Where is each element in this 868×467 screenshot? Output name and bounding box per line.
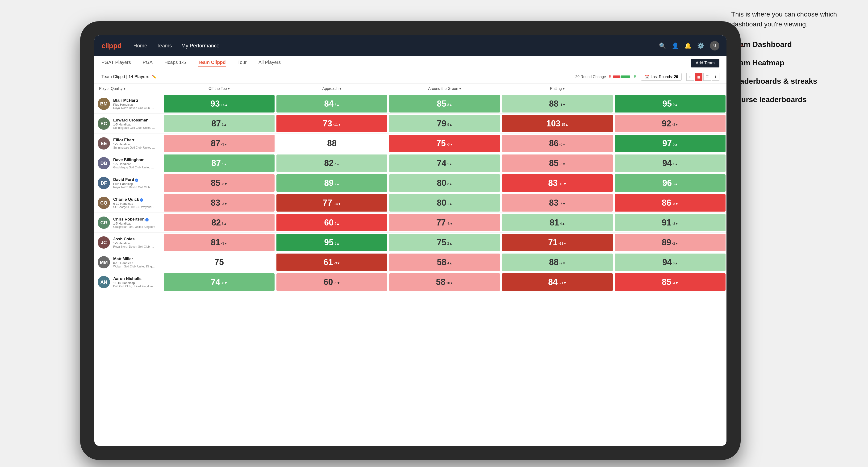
bar-red [613,75,620,78]
score-cell-approach: 584▲ [389,253,500,271]
player-name: Matt Miller [113,257,156,261]
last-rounds-button[interactable]: 📅 Last Rounds: 20 [641,73,682,81]
score-cell-off_tee: 846▲ [276,95,387,113]
score-cell-putting: 941▲ [615,154,725,172]
score-cell-around: 84-21▼ [502,273,613,291]
score-cell-quality: 871▲ [164,115,275,132]
grid-view-button[interactable]: ⊞ [686,73,694,81]
player-info-cell: EEElliot Ebert1-5 HandicapSunningdale Go… [94,137,163,150]
player-details: David Ford✓Plus HandicapRoyal North Devo… [113,177,156,189]
table-row[interactable]: DBDave Billingham1-5 HandicapGog Magog G… [94,153,726,173]
score-value: 89 [662,238,671,247]
score-cell-off_tee: 824▲ [276,154,387,172]
score-cell-off_tee: 60-1▼ [276,273,387,291]
score-change: 3▲ [673,182,678,186]
score-cell-approach: 752▲ [389,234,500,251]
score-cell-putting: 92-3▼ [615,115,725,132]
settings-icon[interactable]: ⚙️ [697,42,704,49]
score-value: 88 [327,138,337,148]
nav-link-home[interactable]: Home [133,43,147,49]
score-value: 71 [548,238,558,247]
nav-logo: clippd [101,42,121,50]
score-value: 84 [324,99,334,109]
score-value: 82 [211,218,221,228]
score-value: 58 [436,277,445,287]
score-value: 97 [662,138,672,148]
heatmap-view-button[interactable]: ▦ [695,73,703,81]
tab-pgat-players[interactable]: PGAT Players [101,60,131,66]
export-view-button[interactable]: ↧ [712,73,719,81]
search-icon[interactable]: 🔍 [659,42,666,49]
score-value: 96 [662,178,672,188]
score-value: 84 [548,277,558,287]
player-club: Drift Golf Club, United Kingdom [113,285,153,288]
score-value: 88 [549,257,559,267]
col-header-player[interactable]: Player Quality ▾ [94,84,163,94]
nav-link-teams[interactable]: Teams [157,43,172,49]
player-info-cell: DFDavid Ford✓Plus HandicapRoyal North De… [94,177,163,189]
table-row[interactable]: EEElliot Ebert1-5 HandicapSunningdale Go… [94,133,726,153]
player-club: Royal North Devon Golf Club, United King… [113,186,156,189]
add-team-button[interactable]: Add Team [691,59,719,67]
annotation-item-1: Team Dashboard [731,39,854,50]
col-header-around-green[interactable]: Around the Green ▾ [388,84,501,94]
nav-link-performance[interactable]: My Performance [181,43,219,49]
score-cell-off_tee: 958▲ [276,234,387,251]
score-value: 92 [662,119,671,129]
score-change: 7▲ [335,182,340,186]
score-cell-quality: 85-3▼ [164,174,275,192]
table-row[interactable]: ECEdward Crossman1-5 HandicapSunningdale… [94,114,726,133]
col-header-putting[interactable]: Putting ▾ [501,84,614,94]
player-handicap: 6-10 Handicap [113,261,156,265]
player-club: Gog Magog Golf Club, United Kingdom [113,166,156,169]
score-value: 95 [324,238,334,247]
player-details: Blair McHargPlus HandicapRoyal North Dev… [113,98,156,110]
tab-tour[interactable]: Tour [238,60,247,66]
avatar: CQ [98,197,110,209]
score-change: 3▲ [222,222,227,225]
score-value: 89 [324,178,334,188]
table-row[interactable]: CQCharlie Quick✓6-10 HandicapSt. George'… [94,193,726,213]
navbar: clippd Home Teams My Performance 🔍 👤 🔔 ⚙… [94,35,726,56]
score-value: 73 [323,119,332,129]
score-change: 4▲ [447,261,453,265]
player-details: Chris Robertson✓1-5 HandicapCraigmillar … [113,217,155,228]
table-row[interactable]: DFDavid Ford✓Plus HandicapRoyal North De… [94,173,726,193]
score-value: 94 [662,158,672,168]
tab-team-clippd[interactable]: Team Clippd [198,60,226,66]
col-header-off-tee[interactable]: Off the Tee ▾ [163,84,276,94]
player-name: Blair McHarg [113,98,156,103]
table-row[interactable]: MMMatt Miller6-10 HandicapWoburn Golf Cl… [94,252,726,272]
tab-all-players[interactable]: All Players [258,60,281,66]
player-club: Sunningdale Golf Club, United Kingdom [113,126,156,129]
player-club: Woburn Golf Club, United Kingdom [113,265,156,268]
score-cell-approach: 803▲ [389,174,500,192]
table-row[interactable]: ANAaron Nicholls11-15 HandicapDrift Golf… [94,272,726,292]
edit-icon[interactable]: ✏️ [152,74,157,79]
col-header-approach[interactable]: Approach ▾ [276,84,388,94]
score-change: -3▼ [221,143,227,146]
table-row[interactable]: BMBlair McHargPlus HandicapRoyal North D… [94,94,726,114]
score-change: -4▼ [672,281,678,285]
avatar: MM [98,256,110,269]
col-headers: Player Quality ▾ Off the Tee ▾ Approach … [94,84,726,94]
table-row[interactable]: CRChris Robertson✓1-5 HandicapCraigmilla… [94,213,726,232]
list-view-button[interactable]: ☰ [703,73,711,81]
person-icon[interactable]: 👤 [672,42,679,49]
score-value: 87 [211,138,220,148]
sub-tabs-left: PGAT Players PGA Hcaps 1-5 Team Clippd T… [101,60,281,66]
player-info-cell: MMMatt Miller6-10 HandicapWoburn Golf Cl… [94,256,163,269]
user-avatar[interactable]: U [710,41,719,51]
table-row[interactable]: JCJosh Coles1-5 HandicapRoyal North Devo… [94,232,726,252]
player-handicap: 1-5 Handicap [113,222,155,225]
tab-pga[interactable]: PGA [143,60,153,66]
score-change: -10▼ [559,182,566,186]
score-change: -3▼ [221,182,227,186]
score-change: 1▲ [673,162,678,166]
score-change: 15▲ [561,123,568,126]
tab-hcaps[interactable]: Hcaps 1-5 [164,60,186,66]
player-details: Josh Coles1-5 HandicapRoyal North Devon … [113,237,156,248]
bell-icon[interactable]: 🔔 [684,42,691,49]
view-icons: ⊞ ▦ ☰ ↧ [686,73,719,81]
player-handicap: 6-10 Handicap [113,202,156,206]
